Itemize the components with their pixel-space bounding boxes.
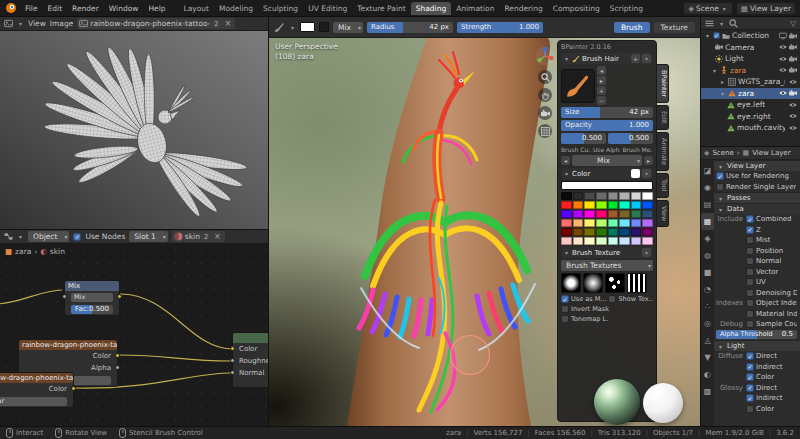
bpainter-texture-tab[interactable]: Texture [654,22,695,33]
eye-toggle-icon[interactable] [789,101,797,109]
palette-swatch[interactable] [584,228,595,236]
palette-swatch[interactable] [642,219,653,227]
tab-physics-icon[interactable]: ◎ [701,315,714,332]
eye-toggle-icon[interactable] [789,112,797,120]
tab-uv-editing[interactable]: UV Editing [303,2,352,15]
tab-view-layer-icon[interactable]: ▦ [701,213,714,230]
tab-tool-icon[interactable]: ◪ [701,162,714,179]
node-shader-output[interactable]: Color Roughness Normal [232,332,268,388]
brush-section-header[interactable]: ▾ Brush Hair + • [561,53,653,64]
palette-swatch[interactable] [608,192,619,200]
bpainter-brush-tab[interactable]: Brush [614,22,650,33]
glossy-indirect-checkbox[interactable] [746,394,754,402]
invert-mask-checkbox[interactable] [561,305,569,313]
blender-logo-icon[interactable] [5,2,17,14]
render-toggle-icon[interactable] [789,89,797,97]
texture-thumb-soft-round[interactable] [561,273,581,293]
active-color-chip[interactable] [631,169,640,178]
matcap-preview-sphere[interactable] [643,383,683,423]
texture-thumb-streak[interactable] [627,273,647,293]
palette-swatch[interactable] [561,228,572,236]
slot-select[interactable]: Slot 1 [129,231,168,242]
tab-rendering[interactable]: Rendering [499,2,547,15]
brush-preview-thumbnail[interactable] [561,69,595,103]
palette-swatch[interactable] [631,201,642,209]
diffuse-direct-checkbox[interactable] [746,352,754,360]
use-nodes-checkbox[interactable] [73,233,81,241]
brush-add-button[interactable]: + [631,54,640,63]
shader-type-select[interactable]: Object [28,231,69,242]
palette-swatch[interactable] [631,228,642,236]
socket-out[interactable] [117,294,122,299]
outliner-row-zara-mesh[interactable]: ▾ zara [701,88,800,100]
use-as-mask-checkbox[interactable] [561,295,569,303]
palette-swatch[interactable] [573,210,584,218]
tab-bpainter[interactable]: BPainter [657,64,669,103]
socket-color[interactable] [115,353,120,358]
outliner-row-eye-right[interactable]: eye.right [701,111,800,123]
palette-swatch[interactable] [584,219,595,227]
palette-swatch[interactable] [561,237,572,245]
palette-swatch[interactable] [596,210,607,218]
node-canvas[interactable]: ■ zara › ◐ skin Mix Mix Fac:0.500 rainbo… [0,244,268,426]
palette-swatch[interactable] [642,237,653,245]
outliner-editor-icon[interactable] [705,19,714,28]
object-index-checkbox[interactable] [746,299,754,307]
screen-toggle-icon[interactable] [779,32,787,40]
eye-toggle-icon[interactable] [779,66,787,74]
palette-swatch[interactable] [561,201,572,209]
filter-icon[interactable]: ▽ [790,19,796,28]
palette-swatch[interactable] [561,192,572,200]
palette-swatch[interactable] [596,228,607,236]
tab-modeling[interactable]: Modeling [214,2,258,15]
bpainter-blend-select[interactable]: Mix [572,155,642,166]
tonemap-checkbox[interactable] [561,315,569,323]
tab-edit[interactable]: Edit [657,105,669,130]
palette-swatch[interactable] [619,219,630,227]
palette-swatch[interactable] [573,237,584,245]
palette-swatch[interactable] [631,210,642,218]
current-color-bar[interactable] [561,181,653,190]
menu-help[interactable]: Help [143,4,170,13]
palette-swatch[interactable] [584,201,595,209]
socket-roughness-in[interactable] [230,358,235,363]
palette-swatch[interactable] [608,219,619,227]
material-index-checkbox[interactable] [746,310,754,318]
outliner-row-eye-left[interactable]: eye.left [701,99,800,111]
view-layer-panel-header[interactable]: ▾View Layer [714,160,800,171]
secondary-color-swatch[interactable] [319,22,329,32]
texture-menu-button[interactable]: • [642,248,651,257]
node-editor-icon[interactable] [4,232,13,241]
palette-swatch[interactable] [596,201,607,209]
menu-edit[interactable]: Edit [43,4,68,13]
image-datablock[interactable]: rainbow-dragon-phoenix-tattoo-gloss 2 × [77,18,235,29]
pass-mist-checkbox[interactable] [746,236,754,244]
glossy-direct-checkbox[interactable] [746,384,754,392]
search-icon[interactable] [729,19,738,28]
tab-compositing[interactable]: Compositing [548,2,605,15]
tab-animate[interactable]: Animate [657,132,669,171]
viewport-canvas[interactable]: User Perspective (108) zara [269,38,700,426]
palette-swatch[interactable] [642,201,653,209]
palette-swatch[interactable] [596,237,607,245]
palette-swatch[interactable] [608,228,619,236]
palette-swatch[interactable] [619,192,630,200]
tab-layout[interactable]: Layout [178,2,214,15]
tab-particles-icon[interactable]: ∴ [701,298,714,315]
material-users-count[interactable]: 2 [202,233,210,241]
tab-animation[interactable]: Animation [451,2,499,15]
passes-panel-header[interactable]: ▾Passes [714,192,800,203]
diffuse-indirect-checkbox[interactable] [746,363,754,371]
palette-swatch[interactable] [619,201,630,209]
glossy-color-checkbox[interactable] [746,405,754,413]
outliner-row-collection[interactable]: ▾ Collection [701,30,800,42]
blend-prev-button[interactable]: ◂ [561,156,570,165]
strength-slider[interactable]: Strength1.000 [457,22,543,33]
uv-menu-image[interactable]: Image [50,19,74,28]
view-layer-selector[interactable]: ▦ View Layer [737,3,795,14]
tab-object-data-icon[interactable]: ▼ [701,349,714,366]
pass-uv-checkbox[interactable] [746,278,754,286]
tab-sculpting[interactable]: Sculpting [258,2,303,15]
pass-denoising-checkbox[interactable] [746,289,754,297]
eye-toggle-icon[interactable] [779,55,787,63]
